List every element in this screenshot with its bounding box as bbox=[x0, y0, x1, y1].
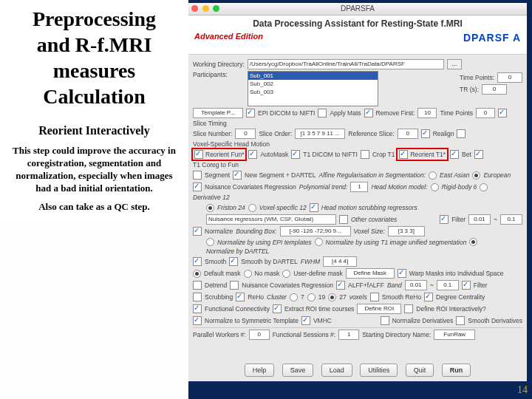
timepoints-input[interactable]: 0 bbox=[497, 72, 522, 83]
working-dir-input[interactable]: /Users/ycg/Dropbox/TraAllOnline/TrainAll… bbox=[248, 59, 444, 69]
template-button[interactable]: Template P... bbox=[193, 108, 243, 118]
minimize-icon[interactable] bbox=[202, 5, 209, 12]
utilities-button[interactable]: Utilities bbox=[360, 364, 398, 377]
list-item[interactable]: Sub_003 bbox=[248, 88, 378, 96]
close-icon[interactable] bbox=[191, 5, 198, 12]
button-bar: Help Save Load Utilities Quit Run bbox=[188, 364, 527, 377]
reorient-fun-cb[interactable] bbox=[194, 150, 203, 159]
run-button[interactable]: Run bbox=[442, 364, 471, 377]
slide-paragraph-1: This step could improve the accuracy in … bbox=[7, 145, 181, 195]
app-window: DPARSFA Data Processing Assistant for Re… bbox=[188, 3, 527, 381]
edition-label: Advanced Edition bbox=[194, 32, 263, 41]
participants-label: Participants: bbox=[193, 71, 228, 78]
list-item[interactable]: Sub_002 bbox=[248, 80, 378, 88]
brand-label: DPARSF A bbox=[463, 32, 521, 44]
normalize-cb[interactable] bbox=[193, 227, 202, 236]
apply-mats-cb[interactable] bbox=[318, 109, 327, 117]
nuisance-cb[interactable] bbox=[193, 183, 202, 191]
page-number: 14 bbox=[517, 384, 528, 396]
realign-cb[interactable] bbox=[421, 129, 430, 138]
save-button[interactable]: Save bbox=[282, 364, 314, 377]
load-button[interactable]: Load bbox=[321, 364, 352, 377]
browse-button[interactable]: ... bbox=[447, 59, 462, 69]
voxel-head-motion-cb[interactable] bbox=[457, 129, 466, 138]
epi-dicom-cb[interactable] bbox=[246, 109, 255, 117]
window-title: DPARSFA bbox=[188, 3, 527, 15]
slide-text-panel: Preprocessing and R-f.MRI measures Calcu… bbox=[0, 0, 188, 399]
segment-cb[interactable] bbox=[193, 171, 202, 180]
crop-t1-cb[interactable] bbox=[361, 150, 369, 159]
slide-paragraph-2: Also can take as a QC step. bbox=[7, 201, 181, 214]
list-item[interactable]: Sub_001 bbox=[248, 72, 378, 80]
working-dir-label: Working Directory: bbox=[193, 61, 245, 68]
t1-coreg-cb[interactable] bbox=[474, 150, 483, 159]
east-asian-rb[interactable] bbox=[429, 171, 437, 180]
t1-dicom-cb[interactable] bbox=[291, 150, 300, 159]
participants-list[interactable]: Sub_001 Sub_002 Sub_003 bbox=[248, 71, 378, 106]
app-title: Data Processing Assistant for Resting-St… bbox=[194, 18, 521, 29]
filter-cb[interactable] bbox=[440, 215, 449, 224]
smooth-cb[interactable] bbox=[193, 257, 202, 266]
tr-input[interactable]: 0 bbox=[482, 84, 507, 95]
slide-title: Preprocessing and R-f.MRI measures Calcu… bbox=[6, 6, 183, 109]
automask-cb[interactable] bbox=[248, 150, 257, 159]
zoom-icon[interactable] bbox=[213, 5, 219, 12]
slice-timing-cb[interactable] bbox=[498, 109, 507, 117]
window-titlebar[interactable]: DPARSFA bbox=[188, 3, 527, 16]
bet-cb[interactable] bbox=[450, 150, 459, 159]
remove-first-cb[interactable] bbox=[364, 109, 373, 117]
european-rb[interactable] bbox=[472, 171, 480, 180]
quit-button[interactable]: Quit bbox=[406, 364, 434, 377]
new-segment-cb[interactable] bbox=[233, 171, 242, 180]
reorient-t1-cb[interactable] bbox=[399, 150, 408, 159]
slide-subtitle: Reorient Interactively bbox=[6, 124, 183, 137]
help-button[interactable]: Help bbox=[245, 364, 275, 377]
